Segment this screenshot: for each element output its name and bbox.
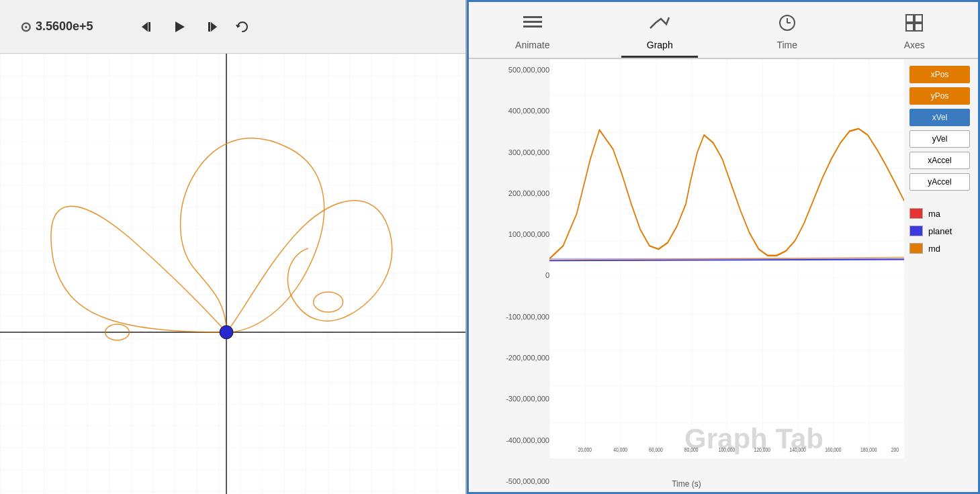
graph-icon (649, 13, 670, 37)
tab-bar: Animate Graph Time Axes (469, 2, 978, 59)
tab-axes-label: Axes (904, 40, 925, 50)
animate-icon (522, 13, 543, 37)
tab-time[interactable]: Time (723, 2, 851, 58)
chart-svg: 20,000 40,000 60,000 80,000 100,000 120,… (549, 59, 904, 458)
canvas-grid-svg (0, 54, 465, 494)
xaccel-button[interactable]: xAccel (909, 152, 970, 169)
playback-controls (140, 19, 250, 34)
svg-marker-3 (211, 22, 217, 32)
svg-rect-20 (915, 15, 922, 22)
skip-forward-button[interactable] (204, 19, 218, 34)
chart-container: 500,000,000 400,000,000 300,000,000 200,… (469, 59, 904, 492)
svg-text:120,000: 120,000 (754, 446, 771, 454)
y-label-n300m: -300,000,000 (472, 395, 549, 403)
svg-text:40,000: 40,000 (613, 446, 627, 454)
y-axis-labels: 500,000,000 400,000,000 300,000,000 200,… (469, 59, 549, 492)
y-label-n200m: -200,000,000 (472, 354, 549, 362)
repeat-button[interactable] (235, 19, 250, 34)
svg-rect-19 (906, 15, 914, 22)
svg-marker-0 (142, 22, 148, 32)
tab-axes[interactable]: Axes (851, 2, 979, 58)
svg-text:180,000: 180,000 (860, 446, 877, 454)
svg-rect-4 (208, 22, 210, 32)
tab-animate-label: Animate (515, 40, 549, 50)
tab-graph-label: Graph (647, 40, 673, 50)
y-label-n500m: -500,000,000 (472, 477, 549, 485)
y-label-0: 0 (472, 271, 549, 279)
legend-md-color (909, 243, 923, 254)
y-label-400m: 400,000,000 (472, 107, 549, 115)
xvel-button[interactable]: xVel (909, 109, 970, 126)
toolbar: ⊙ 3.5600e+5 (0, 0, 465, 54)
simulation-canvas (0, 54, 465, 494)
legend-md: md (909, 243, 973, 254)
time-value: 3.5600e+5 (36, 19, 93, 34)
svg-rect-22 (915, 23, 922, 31)
legend-section: ma planet md (909, 208, 973, 254)
svg-text:160,000: 160,000 (825, 446, 842, 454)
legend-ma-label: ma (928, 209, 940, 219)
svg-text:200: 200 (891, 446, 899, 454)
svg-text:80,000: 80,000 (684, 446, 699, 454)
sidebar-controls: xPos yPos xVel yVel xAccel yAccel ma (904, 59, 978, 492)
svg-text:20,000: 20,000 (578, 446, 592, 454)
svg-point-11 (220, 326, 233, 339)
legend-ma: ma (909, 208, 973, 219)
y-label-300m: 300,000,000 (472, 148, 549, 156)
skip-back-button[interactable] (140, 19, 155, 34)
y-label-n400m: -400,000,000 (472, 436, 549, 444)
yaccel-button[interactable]: yAccel (909, 173, 970, 191)
play-button[interactable] (172, 19, 187, 34)
legend-md-label: md (928, 244, 940, 254)
svg-text:140,000: 140,000 (789, 446, 806, 454)
legend-planet-label: planet (928, 226, 952, 236)
graph-area: 500,000,000 400,000,000 300,000,000 200,… (469, 59, 978, 492)
y-label-n100m: -100,000,000 (472, 313, 549, 321)
legend-planet-color (909, 226, 923, 236)
tab-graph[interactable]: Graph (596, 2, 724, 58)
time-display: ⊙ 3.5600e+5 (20, 19, 93, 35)
tab-time-label: Time (776, 40, 797, 50)
right-panel: Animate Graph Time Axes 500,000,000 (467, 0, 980, 494)
svg-marker-2 (175, 21, 185, 32)
clock-icon: ⊙ (20, 19, 32, 35)
time-icon (778, 13, 797, 37)
x-axis-title: Time (s) (672, 479, 701, 489)
yvel-button[interactable]: yVel (909, 130, 970, 148)
legend-ma-color (909, 208, 923, 219)
svg-rect-13 (523, 16, 542, 18)
svg-rect-6 (0, 54, 465, 494)
svg-rect-21 (906, 23, 914, 31)
legend-planet: planet (909, 226, 973, 236)
y-label-200m: 200,000,000 (472, 189, 549, 197)
axes-icon (905, 13, 924, 37)
y-label-500m: 500,000,000 (472, 66, 549, 74)
svg-rect-14 (523, 21, 542, 23)
y-label-100m: 100,000,000 (472, 230, 549, 238)
left-panel: ⊙ 3.5600e+5 (0, 0, 467, 494)
svg-text:60,000: 60,000 (649, 446, 663, 454)
tab-animate[interactable]: Animate (469, 2, 596, 58)
ypos-button[interactable]: yPos (909, 87, 970, 105)
svg-text:100,000: 100,000 (719, 446, 736, 454)
xpos-button[interactable]: xPos (909, 66, 970, 83)
svg-rect-1 (148, 22, 150, 32)
svg-rect-15 (523, 26, 542, 28)
